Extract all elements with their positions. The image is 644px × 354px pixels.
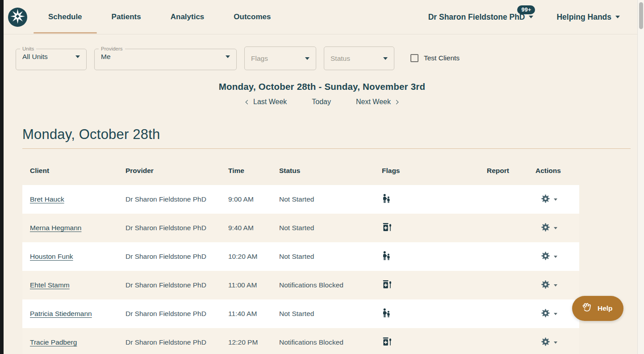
column-header-provider: Provider <box>125 167 228 175</box>
column-header-client: Client <box>30 167 125 175</box>
gear-icon <box>541 251 550 262</box>
provider-cell: Dr Sharon Fieldstone PhD <box>125 253 228 261</box>
help-button-label: Help <box>598 304 613 312</box>
starburst-icon <box>8 7 27 28</box>
time-cell: 9:00 AM <box>228 195 279 203</box>
nav-right: Dr Sharon Fieldstone PhD 99+ Helping Han… <box>428 13 620 22</box>
medication-bottle-spoon-icon <box>382 222 393 232</box>
row-actions-menu[interactable] <box>535 223 579 234</box>
tab-patients[interactable]: Patients <box>97 0 156 34</box>
test-clients-checkbox[interactable] <box>410 54 418 62</box>
providers-select[interactable]: Providers Me <box>94 46 237 70</box>
status-cell: Not Started <box>279 310 382 318</box>
chevron-down-icon <box>383 57 388 60</box>
app-logo[interactable] <box>8 8 27 27</box>
test-clients-label: Test Clients <box>424 54 460 62</box>
chevron-down-icon <box>529 16 533 18</box>
row-actions-menu[interactable] <box>535 194 579 205</box>
table-row: Tracie Padberg Dr Sharon Fieldstone PhD … <box>22 328 579 354</box>
client-link[interactable]: Patricia Stiedemann <box>30 310 125 318</box>
flags-cell <box>382 308 487 320</box>
table-body: Bret Hauck Dr Sharon Fieldstone PhD 9:00… <box>22 185 579 354</box>
status-cell: Not Started <box>279 195 382 203</box>
day-section-divider <box>22 148 631 149</box>
scrollbar-thumb[interactable] <box>639 2 643 29</box>
test-clients-toggle[interactable]: Test Clients <box>410 54 460 62</box>
table-row: Ehtel Stamm Dr Sharon Fieldstone PhD 11:… <box>22 271 579 299</box>
table-header-row: Client Provider Time Status Flags Report… <box>22 164 579 177</box>
chevron-down-icon <box>554 227 557 229</box>
time-cell: 12:20 PM <box>228 338 279 346</box>
last-week-button[interactable]: Last Week <box>246 98 287 106</box>
chevron-down-icon <box>554 341 557 344</box>
column-header-actions: Actions <box>535 167 579 175</box>
adult-child-icon <box>382 308 392 318</box>
waving-hand-icon <box>580 301 594 316</box>
tab-patients-label: Patients <box>112 13 141 21</box>
row-actions-menu[interactable] <box>535 251 579 262</box>
week-range-label: Monday, October 28th - Sunday, November … <box>0 81 644 92</box>
tab-outcomes[interactable]: Outcomes <box>219 0 285 34</box>
chevron-down-icon <box>554 284 557 287</box>
client-link[interactable]: Merna Hegmann <box>30 224 125 232</box>
status-select[interactable]: Status <box>324 46 394 70</box>
tab-schedule[interactable]: Schedule <box>33 0 97 34</box>
today-label: Today <box>312 98 331 106</box>
help-button[interactable]: Help <box>572 296 623 321</box>
units-select[interactable]: Units All Units <box>16 46 87 70</box>
flags-cell <box>382 337 487 349</box>
organization-menu[interactable]: Helping Hands <box>556 13 620 22</box>
time-cell: 10:20 AM <box>228 253 279 261</box>
flags-select[interactable]: Flags <box>244 46 316 70</box>
status-cell: Not Started <box>279 253 382 261</box>
tab-outcomes-label: Outcomes <box>234 13 271 21</box>
chevron-down-icon <box>615 16 620 18</box>
tab-analytics-label: Analytics <box>171 13 205 21</box>
chevron-down-icon <box>226 55 230 58</box>
providers-select-label: Providers <box>99 46 125 52</box>
user-name: Dr Sharon Fieldstone PhD <box>428 13 525 22</box>
next-week-button[interactable]: Next Week <box>356 98 398 106</box>
user-menu[interactable]: Dr Sharon Fieldstone PhD 99+ <box>428 13 534 22</box>
status-cell: Notifications Blocked <box>279 338 382 346</box>
providers-select-value: Me <box>101 53 111 61</box>
table-row: Bret Hauck Dr Sharon Fieldstone PhD 9:00… <box>22 185 579 214</box>
flags-cell <box>382 251 487 263</box>
client-link[interactable]: Houston Funk <box>30 253 125 261</box>
medication-bottle-spoon-icon <box>382 337 393 347</box>
units-select-value: All Units <box>22 53 48 61</box>
provider-cell: Dr Sharon Fieldstone PhD <box>125 310 228 318</box>
status-cell: Not Started <box>279 224 382 232</box>
chevron-down-icon <box>554 198 557 201</box>
units-select-label: Units <box>20 46 36 52</box>
client-link[interactable]: Ehtel Stamm <box>30 281 125 289</box>
medication-bottle-spoon-icon <box>382 279 393 290</box>
flags-cell <box>382 222 487 234</box>
column-header-flags: Flags <box>382 167 487 175</box>
gear-icon <box>541 337 550 348</box>
scrollbar-track[interactable] <box>637 0 644 354</box>
chevron-left-icon <box>246 100 250 104</box>
tab-analytics[interactable]: Analytics <box>156 0 219 34</box>
row-actions-menu[interactable] <box>535 337 579 348</box>
column-header-time: Time <box>228 167 279 175</box>
week-navigation: Monday, October 28th - Sunday, November … <box>0 81 644 106</box>
table-row: Merna Hegmann Dr Sharon Fieldstone PhD 9… <box>22 214 579 242</box>
client-link[interactable]: Bret Hauck <box>30 195 125 203</box>
left-edge-strip <box>0 0 4 354</box>
chevron-right-icon <box>394 100 399 104</box>
row-actions-menu[interactable] <box>535 280 579 291</box>
provider-cell: Dr Sharon Fieldstone PhD <box>125 195 228 203</box>
today-button[interactable]: Today <box>312 98 331 106</box>
status-select-placeholder: Status <box>330 55 350 63</box>
time-cell: 11:40 AM <box>228 310 279 318</box>
adult-child-icon <box>382 194 392 204</box>
gear-icon <box>541 223 550 234</box>
chevron-down-icon <box>75 55 80 58</box>
time-cell: 11:00 AM <box>228 281 279 289</box>
flags-cell <box>382 279 487 291</box>
active-tab-underline <box>33 32 97 34</box>
chevron-down-icon <box>554 313 557 315</box>
client-link[interactable]: Tracie Padberg <box>30 338 125 346</box>
tab-schedule-label: Schedule <box>48 13 82 21</box>
